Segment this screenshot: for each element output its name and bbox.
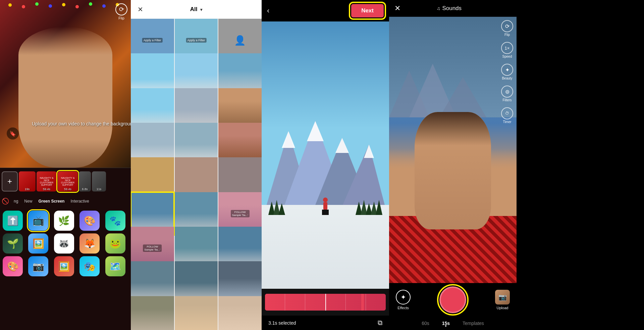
app-icon[interactable]: 🗺️ (105, 256, 125, 276)
sounds-title: ♫ Sounds (437, 5, 462, 12)
sidebar-beauty-control[interactable]: ✦ Beauty (501, 64, 513, 80)
timeline-left-handle[interactable] (265, 294, 268, 311)
add-clip-button[interactable]: + (2, 171, 18, 191)
camera-header: ✕ ♫ Sounds (389, 0, 517, 17)
effect-greenscreen[interactable]: Green Screen (37, 198, 66, 204)
app-icon[interactable]: 🦝 (54, 233, 74, 254)
app-icon[interactable]: 🎨 (3, 256, 23, 276)
app-icon[interactable]: 🦊 (79, 233, 100, 254)
timeline-right-handle[interactable] (361, 294, 364, 311)
editor-next-button[interactable]: Next (351, 4, 384, 17)
camera-close-button[interactable]: ✕ (394, 4, 400, 13)
app-icon[interactable]: 🎨 (79, 211, 100, 231)
svg-marker-14 (307, 121, 324, 141)
app-icon-selected[interactable]: 📺 (28, 211, 48, 231)
app-icon-emoji: 🎨 (3, 256, 23, 276)
editor-video-preview (262, 21, 389, 289)
svg-marker-15 (335, 138, 349, 153)
flip-camera-button[interactable]: ⟳ Flip (115, 3, 127, 20)
picker-title: All ▾ (190, 6, 202, 13)
sidebar-speed-label: Speed (502, 55, 512, 58)
sidebar-flip-label: Flip (504, 33, 510, 37)
app-icon-emoji: 📺 (28, 211, 48, 231)
selected-duration-text: 3.1s selected (268, 320, 296, 326)
no-effects-icon: 🚫 (2, 198, 9, 205)
timeline-strip: + 19s NAUGHTY & NICECUSTOMER SUPPORT 59.… (0, 168, 131, 195)
duration-15s[interactable]: 15s (441, 320, 451, 327)
media-thumb-label: FOLLOWSample '5a...' (143, 244, 162, 252)
camera-sidebar-controls: ⟳ Flip 1× Speed ✦ Beauty ⊚ Filters ⏱ Tim… (501, 20, 513, 124)
record-button-inner (443, 290, 463, 310)
clip-duration: 59.4s (64, 187, 71, 191)
timeline-clip[interactable]: 19s (19, 171, 36, 191)
media-thumb-label: Apply a Filter (142, 38, 163, 43)
timeline-playhead (325, 294, 326, 311)
app-icon[interactable]: 🌿 (54, 211, 74, 231)
flip-icon: ⟳ (115, 3, 127, 15)
christmas-lights-decoration (0, 0, 131, 17)
upload-instruction-text: Upload your own video to change the back… (32, 121, 99, 127)
svg-point-7 (102, 4, 106, 8)
timeline-clip-selected[interactable]: NAUGHTY & NICECUSTOMER SUPPORT 59.4s (58, 171, 78, 191)
svg-marker-13 (282, 131, 295, 148)
app-icon[interactable]: 🌱 (3, 233, 23, 254)
sidebar-filters-control[interactable]: ⊚ Filters (501, 86, 513, 102)
bookmark-button[interactable]: 🔖 (7, 127, 19, 140)
sidebar-speed-control[interactable]: 1× Speed (501, 42, 513, 58)
timeline-clip[interactable]: NAUGHTY & NICECUSTOMER SUPPORT 59.4s (37, 171, 57, 191)
sounds-label-text: Sounds (442, 5, 462, 12)
duration-templates[interactable]: Templates (461, 320, 485, 327)
media-thumb[interactable]: 00:43 (131, 296, 174, 330)
hair-area (415, 112, 491, 146)
copy-button[interactable]: ⧉ (378, 319, 382, 327)
app-icon[interactable]: 🖼️ (28, 233, 48, 254)
duration-60s[interactable]: 60s (420, 320, 431, 327)
flip-label: Flip (118, 16, 124, 20)
effects-button[interactable]: ✦ Effects (396, 290, 411, 310)
speed-icon: 1× (501, 42, 513, 54)
filters-icon: ⊚ (501, 86, 513, 98)
flip-camera-icon: ⟳ (501, 20, 513, 32)
editor-back-button[interactable]: ‹ (267, 6, 269, 15)
app-icon-emoji: 🦝 (54, 233, 74, 254)
app-icon[interactable]: 📷 (28, 256, 48, 276)
app-icon-emoji: 🦊 (79, 233, 100, 254)
effects-bar: 🚫 ng New Green Screen Interactive (0, 195, 131, 208)
effect-interactive[interactable]: Interactive (69, 198, 90, 204)
app-icon[interactable]: 🐾 (105, 211, 125, 231)
app-icon-emoji: 🗺️ (105, 256, 125, 276)
forest-svg (262, 181, 389, 215)
app-icon[interactable]: 🖼️ (54, 256, 74, 276)
upload-button[interactable]: 📷 Upload (495, 290, 510, 310)
app-icon-emoji: 🎭 (79, 256, 100, 276)
app-icon[interactable]: 🐸 (105, 233, 125, 254)
clip-duration: 6.8s (82, 187, 88, 191)
app-icon-emoji: ⬆️ (3, 211, 23, 231)
sidebar-flip-control[interactable]: ⟳ Flip (501, 20, 513, 37)
app-icon-emoji: 📷 (28, 256, 48, 276)
media-thumb[interactable]: 01:14 (175, 296, 218, 330)
svg-point-3 (49, 4, 52, 8)
app-icon[interactable]: 🎭 (79, 256, 100, 276)
picker-dropdown-icon[interactable]: ▾ (200, 7, 202, 12)
timeline-track[interactable] (265, 294, 386, 311)
svg-point-6 (89, 2, 92, 6)
svg-marker-24 (376, 200, 382, 215)
media-grid: Apply a Filter 00:14 Apply a Filter 00:1… (131, 19, 262, 330)
camera-bottom-controls: ✦ Effects 📷 Upload (389, 283, 517, 317)
sidebar-timer-control[interactable]: ⏱ Timer (501, 107, 513, 124)
video-timeline (262, 289, 389, 316)
sidebar-filters-label: Filters (502, 98, 512, 102)
app-icon-emoji: 🐾 (105, 211, 125, 231)
timeline-clip[interactable]: 11s (92, 171, 106, 191)
media-thumb-label: FOLLOWSample '5a...' (231, 210, 250, 217)
svg-point-4 (62, 3, 65, 6)
media-thumb[interactable]: 00:00 (218, 296, 262, 330)
effect-ng[interactable]: ng (12, 198, 19, 204)
timeline-clip[interactable]: 6.8s (79, 171, 91, 191)
record-button[interactable] (439, 286, 466, 313)
app-icon[interactable]: ⬆️ (3, 211, 23, 231)
picker-close-button[interactable]: ✕ (138, 5, 143, 13)
camera-preview (389, 17, 517, 283)
effect-new[interactable]: New (23, 198, 34, 204)
